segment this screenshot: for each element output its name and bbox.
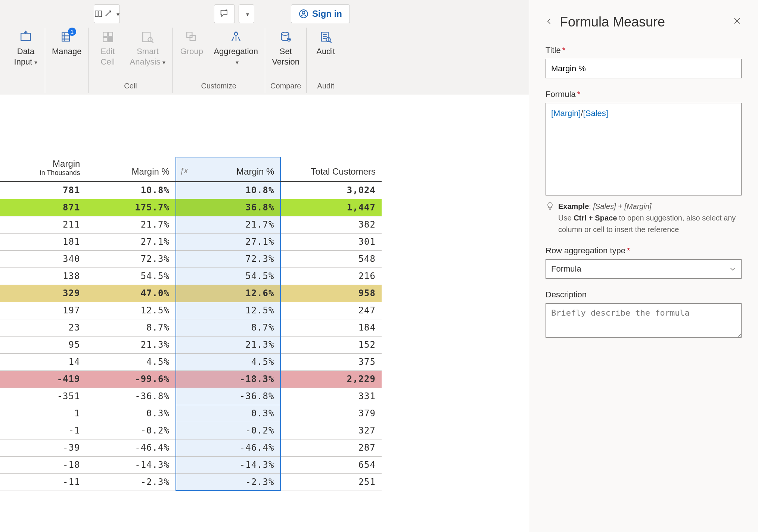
table-row[interactable]: -351-36.8%-36.8%331	[0, 388, 382, 405]
col-header-margin-pct[interactable]: Margin %	[86, 157, 175, 182]
formula-input[interactable]: [Margin]/[Sales]	[546, 103, 742, 195]
table-cell[interactable]: 54.5%	[86, 267, 175, 285]
table-cell[interactable]: -2.3%	[176, 473, 281, 491]
table-cell[interactable]: -36.8%	[86, 388, 175, 405]
table-cell[interactable]: 21.3%	[176, 336, 281, 353]
table-cell[interactable]: -14.3%	[86, 456, 175, 473]
title-input[interactable]	[546, 59, 742, 78]
table-cell[interactable]: 27.1%	[176, 233, 281, 250]
table-cell[interactable]: -46.4%	[176, 439, 281, 456]
table-row[interactable]: 32947.0%12.6%958	[0, 285, 382, 302]
table-cell[interactable]: 138	[0, 267, 86, 285]
table-cell[interactable]: 197	[0, 302, 86, 319]
table-cell[interactable]: 184	[280, 319, 382, 336]
table-cell[interactable]: 327	[280, 422, 382, 439]
table-cell[interactable]: -14.3%	[176, 456, 281, 473]
table-cell[interactable]: 247	[280, 302, 382, 319]
table-row[interactable]: 9521.3%21.3%152	[0, 336, 382, 353]
table-cell[interactable]: 301	[280, 233, 382, 250]
table-cell[interactable]: 211	[0, 216, 86, 233]
table-cell[interactable]: -46.4%	[86, 439, 175, 456]
table-cell[interactable]: 375	[280, 353, 382, 370]
description-input[interactable]	[546, 303, 742, 338]
table-row[interactable]: 19712.5%12.5%247	[0, 302, 382, 319]
table-cell[interactable]: 4.5%	[176, 353, 281, 370]
table-cell[interactable]: -18.3%	[176, 370, 281, 388]
table-cell[interactable]: 10.8%	[176, 182, 281, 199]
table-cell[interactable]: 871	[0, 199, 86, 216]
row-agg-select[interactable]: Formula	[546, 259, 742, 279]
table-row[interactable]: 13854.5%54.5%216	[0, 267, 382, 285]
table-cell[interactable]: 1	[0, 405, 86, 422]
table-cell[interactable]: 21.7%	[176, 216, 281, 233]
table-cell[interactable]: 47.0%	[86, 285, 175, 302]
table-cell[interactable]: 0.3%	[176, 405, 281, 422]
col-header-total-customers[interactable]: Total Customers	[280, 157, 382, 182]
table-row[interactable]: 144.5%4.5%375	[0, 353, 382, 370]
table-cell[interactable]: -419	[0, 370, 86, 388]
table-cell[interactable]: 329	[0, 285, 86, 302]
table-cell[interactable]: 181	[0, 233, 86, 250]
col-header-margin[interactable]: Margin in Thousands	[0, 157, 86, 182]
table-cell[interactable]: 72.3%	[176, 250, 281, 267]
manage-button[interactable]: 1 Manage	[50, 28, 83, 57]
table-cell[interactable]: 21.3%	[86, 336, 175, 353]
table-cell[interactable]: 331	[280, 388, 382, 405]
table-cell[interactable]: -18	[0, 456, 86, 473]
table-cell[interactable]: -0.2%	[86, 422, 175, 439]
table-cell[interactable]: 379	[280, 405, 382, 422]
table-row[interactable]: -39-46.4%-46.4%287	[0, 439, 382, 456]
table-cell[interactable]: 54.5%	[176, 267, 281, 285]
table-row[interactable]: 10.3%0.3%379	[0, 405, 382, 422]
panel-back-button[interactable]	[546, 16, 553, 28]
table-cell[interactable]: 958	[280, 285, 382, 302]
table-cell[interactable]: 287	[280, 439, 382, 456]
table-row[interactable]: 78110.8%10.8%3,024	[0, 182, 382, 199]
table-row[interactable]: 238.7%8.7%184	[0, 319, 382, 336]
table-row[interactable]: -11-2.3%-2.3%251	[0, 473, 382, 491]
table-cell[interactable]: 175.7%	[86, 199, 175, 216]
table-cell[interactable]: 216	[280, 267, 382, 285]
table-cell[interactable]: 2,229	[280, 370, 382, 388]
table-cell[interactable]: 548	[280, 250, 382, 267]
table-cell[interactable]: 152	[280, 336, 382, 353]
table-cell[interactable]: 340	[0, 250, 86, 267]
table-row[interactable]: -419-99.6%-18.3%2,229	[0, 370, 382, 388]
col-header-margin-pct-fx[interactable]: ƒx Margin %	[176, 157, 281, 182]
set-version-button[interactable]: Set Version	[271, 28, 301, 67]
table-cell[interactable]: -0.2%	[176, 422, 281, 439]
table-cell[interactable]: 21.7%	[86, 216, 175, 233]
sign-in-button[interactable]: Sign in	[291, 4, 350, 23]
panel-close-button[interactable]	[733, 16, 742, 28]
table-cell[interactable]: 14	[0, 353, 86, 370]
table-cell[interactable]: 27.1%	[86, 233, 175, 250]
table-row[interactable]: 871175.7%36.8%1,447	[0, 199, 382, 216]
table-cell[interactable]: -2.3%	[86, 473, 175, 491]
table-cell[interactable]: 654	[280, 456, 382, 473]
table-cell[interactable]: -39	[0, 439, 86, 456]
table-row[interactable]: 34072.3%72.3%548	[0, 250, 382, 267]
table-row[interactable]: -18-14.3%-14.3%654	[0, 456, 382, 473]
table-cell[interactable]: 12.5%	[86, 302, 175, 319]
table-cell[interactable]: 10.8%	[86, 182, 175, 199]
data-table[interactable]: Margin in Thousands Margin % ƒx Margin %…	[0, 157, 382, 491]
table-cell[interactable]: 8.7%	[176, 319, 281, 336]
table-cell[interactable]: 781	[0, 182, 86, 199]
table-cell[interactable]: 12.6%	[176, 285, 281, 302]
table-cell[interactable]: 95	[0, 336, 86, 353]
table-cell[interactable]: 8.7%	[86, 319, 175, 336]
table-cell[interactable]: 12.5%	[176, 302, 281, 319]
table-cell[interactable]: -11	[0, 473, 86, 491]
table-cell[interactable]: 0.3%	[86, 405, 175, 422]
quick-access-comment-button[interactable]	[214, 4, 235, 23]
table-row[interactable]: 21121.7%21.7%382	[0, 216, 382, 233]
quick-access-button-1[interactable]	[94, 4, 120, 23]
table-row[interactable]: -1-0.2%-0.2%327	[0, 422, 382, 439]
table-cell[interactable]: -99.6%	[86, 370, 175, 388]
audit-button[interactable]: Audit	[312, 28, 339, 57]
table-cell[interactable]: -351	[0, 388, 86, 405]
table-cell[interactable]: -1	[0, 422, 86, 439]
table-cell[interactable]: 382	[280, 216, 382, 233]
table-cell[interactable]: 4.5%	[86, 353, 175, 370]
table-cell[interactable]: 3,024	[280, 182, 382, 199]
